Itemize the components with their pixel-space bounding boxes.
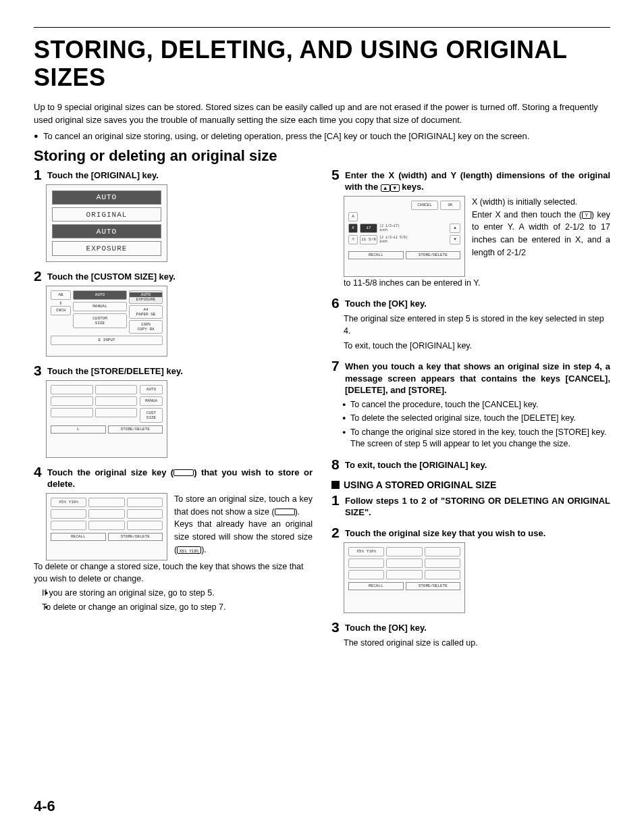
cancel-note: To cancel an original size storing, usin…: [34, 130, 610, 142]
step-number: 8: [331, 457, 341, 471]
step-6-body-1: The original size entered in step 5 is s…: [344, 313, 610, 337]
step-7-bullet-3: To change the original size stored in th…: [331, 427, 610, 450]
blank-key-icon: [275, 509, 295, 515]
step-number: 2: [34, 269, 43, 283]
step-4-title: Touch the original size key () that you …: [47, 465, 313, 490]
step-5-title: Enter the X (width) and Y (length) dimen…: [345, 167, 610, 193]
step-number: 3: [34, 363, 43, 377]
figure-size-keys: X5½ Y10½ RECALL STORE/DELETE: [46, 493, 167, 561]
fig1-auto2: AUTO: [52, 224, 161, 238]
step-8-title: To exit, touch the [ORIGINAL] key.: [345, 457, 610, 471]
figure-original-key: AUTO ORIGINAL AUTO EXPOSURE: [46, 184, 167, 262]
step-7-title: When you touch a key that shows an origi…: [345, 359, 610, 396]
size-key-icon: X5½ Y10½: [177, 546, 201, 554]
use-1-title: Follow steps 1 to 2 of "STORING OR DELET…: [345, 493, 610, 519]
section-heading: Storing or deleting an original size: [34, 147, 610, 165]
subsection-heading: USING A STORED ORIGINAL SIZE: [331, 479, 610, 490]
fig2-auto: AUTO: [73, 290, 127, 300]
fig2-inch: INCH: [51, 306, 71, 315]
use-3-body: The stored original size is called up.: [344, 637, 610, 649]
step-number: 2: [331, 525, 341, 540]
step-number: 3: [331, 620, 341, 634]
use-3-title: Touch the [OK] key.: [345, 620, 610, 634]
fig1-exposure: EXPOSURE: [52, 241, 161, 255]
step-4-body: To delete or change a stored size, touch…: [34, 561, 313, 585]
step-7-bullet-1: To cancel the procedure, touch the [CANC…: [331, 399, 610, 411]
fig1-auto: AUTO: [52, 190, 161, 205]
fig1-original: ORIGINAL: [52, 207, 161, 221]
fig2-custom: CUSTOM SIZE: [73, 313, 127, 328]
step-6-body-2: To exit, touch the [ORIGINAL] key.: [344, 340, 610, 352]
fig2-manual: MANUAL: [73, 302, 127, 311]
blank-key-icon: [173, 469, 194, 476]
step-4-bullet-2: To delete or change an original size, go…: [34, 602, 313, 614]
fig2-exposure: AUTO EXPOSURE: [129, 290, 163, 304]
y-key-icon: Y: [582, 211, 591, 219]
step-2-title: Touch the [CUSTOM SIZE] key.: [47, 269, 313, 283]
step-number: 7: [331, 359, 341, 373]
figure-xy-entry: CANCEL OK A X 17 (2 1/2~17) inch ▲: [344, 196, 465, 277]
step-7-bullet-2: To delete the selected original size, to…: [331, 413, 610, 425]
fig2-input: E INPUT: [51, 336, 163, 345]
page-number: 4-6: [34, 798, 55, 815]
step-number: 1: [331, 493, 341, 507]
fig2-ratio: 100% COPY RA: [129, 320, 163, 334]
step-1-title: Touch the [ORIGINAL] key.: [47, 167, 313, 182]
figure-use-stored: X5½ Y10½ RECALL STORE/DELETE: [344, 542, 465, 613]
step-5-side: X (width) is initially selected. Enter X…: [472, 196, 610, 259]
step-5-tail: to 11-5/8 inches can be entered in Y.: [344, 277, 610, 289]
step-4-side: To store an original size, touch a key t…: [174, 493, 313, 556]
square-bullet-icon: [331, 481, 340, 489]
use-2-title: Touch the original size key that you wis…: [345, 525, 610, 540]
step-number: 1: [34, 167, 43, 182]
step-6-title: Touch the [OK] key.: [345, 296, 610, 310]
figure-store-delete: AUTO MANUA CUST SIZE L STORE/DELETE: [46, 380, 167, 458]
figure-custom-size: AB ⇕ INCH AUTO MANUAL CUSTOM SIZE: [46, 286, 167, 357]
fig2-ab: AB: [51, 290, 71, 300]
fig2-paper: A4 PAPER SE: [129, 305, 163, 319]
page-title: STORING, DELETING, AND USING ORIGINAL SI…: [34, 36, 610, 92]
step-3-title: Touch the [STORE/DELETE] key.: [47, 363, 313, 377]
step-number: 4: [34, 465, 43, 479]
step-number: 6: [331, 296, 341, 310]
intro-text: Up to 9 special original sizes can be st…: [34, 101, 610, 127]
step-4-bullet-1: If you are storing an original size, go …: [34, 588, 313, 600]
up-down-arrows-icon: ▲▼: [381, 181, 400, 193]
step-number: 5: [331, 167, 341, 182]
